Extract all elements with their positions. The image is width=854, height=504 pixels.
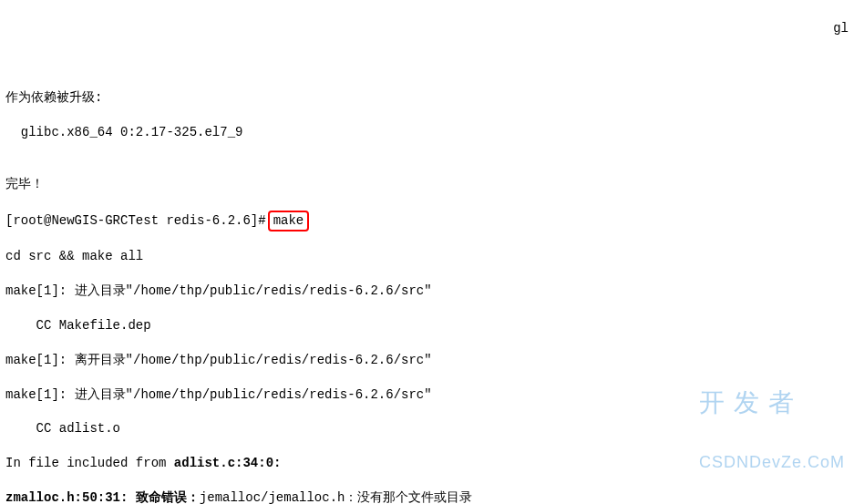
output-line: cd src && make all	[5, 248, 849, 265]
output-line: CC adlist.o	[5, 420, 849, 437]
prompt-line: [root@NewGIS-GRCTest redis-6.2.6]#make	[5, 211, 849, 231]
output-line: 作为依赖被升级:	[5, 89, 849, 107]
text-fragment: In file included from	[5, 456, 174, 470]
clipped-text: gl	[833, 20, 849, 37]
output-line: make[1]: 离开目录"/home/thp/public/redis/red…	[5, 352, 849, 369]
shell-prompt: [root@NewGIS-GRCTest redis-6.2.6]#	[5, 213, 266, 228]
output-line: make[1]: 进入目录"/home/thp/public/redis/red…	[5, 386, 849, 404]
file-location: adlist.c:34:0:	[174, 456, 282, 470]
output-line: make[1]: 进入目录"/home/thp/public/redis/red…	[5, 283, 849, 300]
error-line: zmalloc.h:50:31: 致命错误：jemalloc/jemalloc.…	[5, 489, 849, 504]
file-location: zmalloc.h:50:31:	[5, 490, 136, 504]
output-line: CC Makefile.dep	[5, 317, 849, 334]
terminal-output: 作为依赖被升级: glibc.x86_64 0:2.17-325.el7_9 完…	[5, 73, 849, 504]
error-label: 致命错误：	[136, 490, 200, 504]
output-line: 完毕！	[5, 176, 849, 193]
output-line: In file included from adlist.c:34:0:	[5, 455, 849, 472]
output-line: glibc.x86_64 0:2.17-325.el7_9	[5, 124, 849, 141]
error-message: jemalloc/jemalloc.h：没有那个文件或目录	[200, 490, 473, 504]
annotated-command-make: make	[268, 211, 310, 231]
